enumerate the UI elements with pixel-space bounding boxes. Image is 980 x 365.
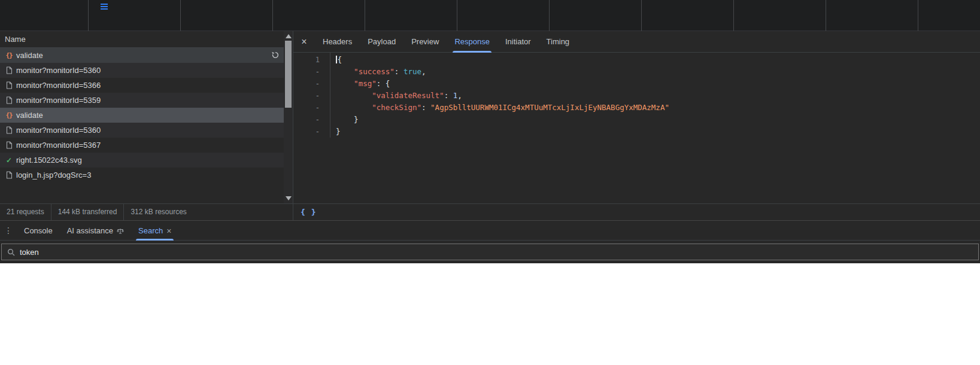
network-request-row[interactable]: monitor?monitorId=5359 bbox=[0, 93, 284, 108]
more-tabs-menu-icon[interactable]: ⋮ bbox=[0, 226, 17, 235]
screenshot-root: Name {}validatemonitor?monitorId=5360mon… bbox=[0, 0, 980, 365]
drawer-tab-label: Console bbox=[24, 226, 53, 235]
search-box[interactable] bbox=[1, 244, 979, 260]
tab-response[interactable]: Response bbox=[447, 31, 497, 53]
tab-separator bbox=[549, 0, 550, 31]
code-line: } bbox=[336, 126, 669, 138]
line-number: 1 bbox=[293, 54, 330, 66]
network-detail-panel: × HeadersPayloadPreviewResponseInitiator… bbox=[293, 31, 980, 220]
network-request-row[interactable]: monitor?monitorId=5366 bbox=[0, 78, 284, 93]
network-request-row[interactable]: {}validate bbox=[0, 48, 284, 63]
continuation-marker: - bbox=[293, 78, 330, 90]
request-name: right.15022c43.svg bbox=[16, 156, 82, 165]
code-line: "success": true, bbox=[336, 66, 669, 78]
document-icon bbox=[4, 171, 14, 179]
document-icon bbox=[4, 96, 14, 104]
browser-tab-strip bbox=[0, 0, 980, 31]
network-request-row[interactable]: monitor?monitorId=5367 bbox=[0, 138, 284, 153]
scrollbar-down-arrow-icon[interactable] bbox=[286, 196, 292, 200]
continuation-marker: - bbox=[293, 66, 330, 78]
network-request-row[interactable]: ✓right.15022c43.svg bbox=[0, 153, 284, 168]
close-icon[interactable]: × bbox=[293, 31, 315, 53]
request-name: monitor?monitorId=5366 bbox=[16, 81, 101, 90]
pretty-print-button[interactable]: { } bbox=[293, 208, 316, 217]
request-name: monitor?monitorId=5359 bbox=[16, 96, 101, 105]
tab-initiator[interactable]: Initiator bbox=[497, 31, 539, 53]
transferred-size: 144 kB transferred bbox=[51, 204, 124, 220]
drawer-tab-label: Search bbox=[138, 226, 163, 235]
network-list-scrollbar[interactable] bbox=[284, 31, 293, 203]
continuation-marker: - bbox=[293, 102, 330, 114]
continuation-marker: - bbox=[293, 90, 330, 102]
devtools-main-area: Name {}validatemonitor?monitorId=5360mon… bbox=[0, 31, 980, 220]
json-braces-icon: {} bbox=[4, 111, 14, 119]
tab-timing[interactable]: Timing bbox=[539, 31, 578, 53]
drawer-tab-bar: ⋮ ConsoleAI assistanceSearch× bbox=[0, 221, 980, 241]
close-search-tab-icon[interactable]: × bbox=[166, 226, 171, 236]
json-braces-icon: {} bbox=[4, 51, 14, 59]
response-viewer[interactable]: 1------ { "success": true, "msg": { "val… bbox=[293, 53, 980, 203]
network-request-row[interactable]: login_h.jsp?dogSrc=3 bbox=[0, 168, 284, 182]
tab-preview[interactable]: Preview bbox=[403, 31, 447, 53]
search-toolbar bbox=[0, 241, 980, 263]
code-line: { bbox=[336, 54, 669, 66]
request-name: monitor?monitorId=5360 bbox=[16, 66, 101, 75]
requests-count: 21 requests bbox=[0, 204, 51, 220]
success-check-icon: ✓ bbox=[4, 156, 14, 165]
network-request-row[interactable]: monitor?monitorId=5360 bbox=[0, 63, 284, 78]
tab-separator bbox=[918, 0, 918, 31]
continuation-marker: - bbox=[293, 114, 330, 126]
request-name: validate bbox=[16, 51, 43, 60]
resources-size: 312 kB resources bbox=[123, 204, 193, 220]
replay-request-icon[interactable] bbox=[271, 51, 280, 61]
scrollbar-thumb[interactable] bbox=[285, 41, 292, 108]
network-request-rows: {}validatemonitor?monitorId=5360monitor?… bbox=[0, 48, 284, 203]
request-name: login_h.jsp?dogSrc=3 bbox=[16, 171, 91, 180]
drawer-tab-console[interactable]: Console bbox=[17, 221, 60, 241]
drawer-tab-search[interactable]: Search× bbox=[131, 221, 178, 241]
response-json-content: { "success": true, "msg": { "validateRes… bbox=[330, 53, 669, 203]
network-request-row[interactable]: {}validate bbox=[0, 108, 284, 123]
code-line: "checkSign": "AgpSblltUURWM01ICg4xMTUuMT… bbox=[336, 102, 669, 114]
tab-separator bbox=[365, 0, 365, 31]
tab-separator bbox=[826, 0, 826, 31]
code-line: "msg": { bbox=[336, 78, 669, 90]
tab-separator bbox=[457, 0, 457, 31]
drawer-tabs: ConsoleAI assistanceSearch× bbox=[17, 221, 178, 240]
page-background bbox=[0, 263, 980, 365]
tab-separator bbox=[272, 0, 273, 31]
detail-tabs: HeadersPayloadPreviewResponseInitiatorTi… bbox=[315, 31, 577, 52]
document-icon bbox=[4, 81, 14, 89]
drawer-tab-ai-assistance[interactable]: AI assistance bbox=[60, 221, 131, 241]
network-name-column-header[interactable]: Name bbox=[0, 31, 293, 48]
document-icon bbox=[4, 126, 14, 134]
tab-separator bbox=[180, 0, 181, 31]
tab-separator bbox=[88, 0, 89, 31]
scale-icon bbox=[117, 227, 124, 235]
devtools-panel: Name {}validatemonitor?monitorId=5360mon… bbox=[0, 31, 980, 263]
request-name: monitor?monitorId=5367 bbox=[16, 141, 101, 150]
search-input[interactable] bbox=[20, 248, 973, 257]
scrollbar-up-arrow-icon[interactable] bbox=[286, 34, 292, 38]
code-line: } bbox=[336, 114, 669, 126]
network-request-row[interactable]: monitor?monitorId=5360 bbox=[0, 123, 284, 138]
tab-separator bbox=[641, 0, 642, 31]
drawer-tab-label: AI assistance bbox=[67, 226, 113, 235]
tab-separator bbox=[733, 0, 734, 31]
document-icon bbox=[4, 141, 14, 149]
network-request-list-panel: Name {}validatemonitor?monitorId=5360mon… bbox=[0, 31, 293, 220]
request-name: validate bbox=[16, 111, 43, 120]
detail-tab-bar: × HeadersPayloadPreviewResponseInitiator… bbox=[293, 31, 980, 53]
editor-gutter: 1------ bbox=[293, 53, 330, 138]
drawer: ⋮ ConsoleAI assistanceSearch× bbox=[0, 220, 980, 263]
search-icon bbox=[7, 248, 15, 256]
hamburger-menu-icon bbox=[101, 4, 108, 11]
network-summary-bar: 21 requests 144 kB transferred 312 kB re… bbox=[0, 203, 293, 220]
response-toolbar: { } bbox=[293, 203, 980, 220]
tab-headers[interactable]: Headers bbox=[315, 31, 360, 53]
continuation-marker: - bbox=[293, 126, 330, 138]
request-name: monitor?monitorId=5360 bbox=[16, 126, 101, 135]
text-cursor bbox=[336, 56, 337, 63]
tab-payload[interactable]: Payload bbox=[360, 31, 403, 53]
document-icon bbox=[4, 66, 14, 74]
